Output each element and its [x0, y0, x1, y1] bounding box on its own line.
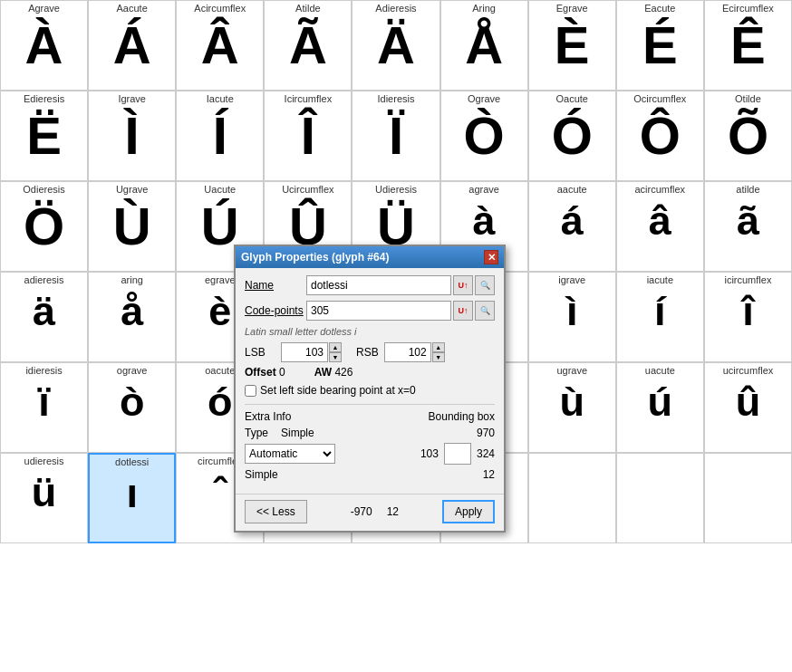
name-search-button[interactable]: 🔍	[475, 275, 495, 295]
type-row: Type Simple 970	[245, 427, 495, 439]
glyph-cell[interactable]	[704, 453, 792, 543]
extra-info-section: Extra Info Bounding box Type Simple 970 …	[245, 404, 495, 481]
rsb-label: RSB	[356, 346, 379, 359]
extra-info-header: Extra Info Bounding box	[245, 410, 495, 423]
codepoints-input-group: U↑ 🔍	[306, 301, 495, 321]
simple-row: Simple 12	[245, 468, 495, 481]
rsb-input[interactable]	[384, 342, 431, 362]
glyph-cell[interactable]: iacute í	[616, 272, 704, 362]
glyph-cell[interactable]: Egrave È	[528, 0, 616, 91]
codepoints-icon1: U↑	[459, 306, 468, 315]
glyph-cell[interactable]: Adieresis Ä	[352, 0, 439, 91]
glyph-cell[interactable]: ugrave ù	[528, 362, 616, 453]
rsb-down-button[interactable]: ▼	[432, 352, 445, 362]
glyph-cell[interactable]: Atilde Ã	[264, 0, 352, 91]
codepoints-btn2[interactable]: 🔍	[475, 301, 495, 321]
lsb-down-button[interactable]: ▼	[329, 352, 342, 362]
set-bearing-checkbox[interactable]	[245, 385, 256, 397]
bb-bottom-value: 12	[483, 468, 495, 481]
glyph-cell[interactable]: icircumflex î	[704, 272, 792, 362]
glyph-cell[interactable]: igrave ì	[528, 272, 616, 362]
bb-middle-row: Automatic Manual 103 324	[245, 443, 495, 465]
bb-box	[444, 443, 471, 465]
glyph-cell[interactable]: Edieresis Ë	[0, 91, 88, 181]
aw-value: 426	[334, 366, 353, 379]
glyph-cell[interactable]: idieresis ï	[0, 362, 88, 453]
name-lookup-button[interactable]: U↑	[453, 275, 473, 295]
glyph-cell[interactable]: Ocircumflex Ô	[616, 91, 704, 181]
codepoints-row: Code-points U↑ 🔍	[245, 301, 495, 321]
glyph-cell[interactable]: Icircumflex Î	[264, 91, 352, 181]
glyph-cell[interactable]: Eacute É	[616, 0, 704, 91]
dialog-close-button[interactable]: ✕	[484, 250, 498, 264]
offset-label: Offset 0	[245, 366, 300, 379]
rsb-spinbox: ▲ ▼	[384, 342, 445, 362]
glyph-properties-dialog: Glyph Properties (glyph #64) ✕ Name U↑ 🔍	[234, 245, 506, 533]
offset-aw-row: Offset 0 AW 426	[245, 366, 495, 379]
description: Latin small letter dotless i	[245, 326, 495, 337]
lsb-label: LSB	[245, 346, 281, 359]
simple-label: Simple	[245, 468, 299, 481]
glyph-cell[interactable]: Otilde Õ	[704, 91, 792, 181]
name-label: Name	[245, 279, 306, 292]
offset-value: 0	[279, 366, 285, 379]
lsb-up-button[interactable]: ▲	[329, 342, 342, 352]
set-bearing-checkbox-row: Set left side bearing point at x=0	[245, 384, 495, 397]
glyph-cell[interactable]: acircumflex â	[616, 181, 704, 272]
glyph-cell[interactable]: Ograve Ò	[440, 91, 528, 181]
name-input[interactable]	[306, 275, 451, 295]
bb-top-value: 970	[477, 427, 495, 439]
close-icon: ✕	[488, 252, 496, 264]
glyph-cell[interactable]	[528, 453, 616, 543]
glyph-cell[interactable]: Ecircumflex Ê	[704, 0, 792, 91]
glyph-cell[interactable]: udieresis ü	[0, 453, 88, 543]
footer-values: -970 12	[351, 505, 399, 518]
bb-values: 103 324	[420, 443, 495, 465]
glyph-cell[interactable]: uacute ú	[616, 362, 704, 453]
glyph-cell[interactable]: Ugrave Ù	[88, 181, 176, 272]
less-button[interactable]: << Less	[245, 500, 307, 523]
glyph-cell[interactable]: ograve ò	[88, 362, 176, 453]
apply-button[interactable]: Apply	[442, 500, 495, 523]
codepoints-icon2: 🔍	[480, 306, 490, 315]
glyph-cell[interactable]: Igrave Ì	[88, 91, 176, 181]
glyph-cell-dotlessi[interactable]: dotlessi ı	[88, 453, 176, 543]
glyph-cell[interactable]: Aacute Á	[88, 0, 176, 91]
glyph-cell[interactable]: ucircumflex û	[704, 362, 792, 453]
dialog-title: Glyph Properties (glyph #64)	[241, 251, 389, 264]
glyph-cell[interactable]: aring å	[88, 272, 176, 362]
lsb-spin-buttons: ▲ ▼	[329, 342, 342, 362]
name-input-group: U↑ 🔍	[306, 275, 495, 295]
glyph-cell[interactable]: Acircumflex Â	[176, 0, 264, 91]
glyph-cell[interactable]: Oacute Ó	[528, 91, 616, 181]
footer-val1: -970	[351, 505, 372, 518]
glyph-cell[interactable]: aacute á	[528, 181, 616, 272]
name-row: Name U↑ 🔍	[245, 275, 495, 295]
footer-val2: 12	[387, 505, 399, 518]
rsb-spin-buttons: ▲ ▼	[432, 342, 445, 362]
extra-info-label: Extra Info	[245, 410, 291, 423]
codepoints-input[interactable]	[306, 301, 451, 321]
glyph-cell[interactable]: Aring Å	[440, 0, 528, 91]
glyph-cell[interactable]: Iacute Í	[176, 91, 264, 181]
dialog-footer: << Less -970 12 Apply	[236, 494, 504, 531]
codepoints-btn1[interactable]: U↑	[453, 301, 473, 321]
glyph-cell[interactable]: Agrave À	[0, 0, 88, 91]
lookup-icon: U↑	[459, 281, 468, 290]
dialog-body: Name U↑ 🔍 Code-points U↑	[236, 268, 504, 494]
glyph-cell[interactable]: adieresis ä	[0, 272, 88, 362]
bb-right-value: 324	[477, 447, 495, 460]
type-dropdown[interactable]: Automatic Manual	[245, 444, 335, 464]
lsb-input[interactable]	[281, 342, 328, 362]
type-value: Simple	[281, 427, 314, 439]
codepoints-label: Code-points	[245, 304, 306, 317]
rsb-up-button[interactable]: ▲	[432, 342, 445, 352]
dialog-titlebar: Glyph Properties (glyph #64) ✕	[236, 246, 504, 268]
glyph-cell[interactable]	[616, 453, 704, 543]
bb-left-value: 103	[420, 447, 439, 460]
bounding-box-label: Bounding box	[429, 410, 495, 423]
glyph-cell[interactable]: Odieresis Ö	[0, 181, 88, 272]
glyph-cell[interactable]: Idieresis Ï	[352, 91, 439, 181]
glyph-cell[interactable]: atilde ã	[704, 181, 792, 272]
aw-label: AW 426	[314, 366, 368, 379]
